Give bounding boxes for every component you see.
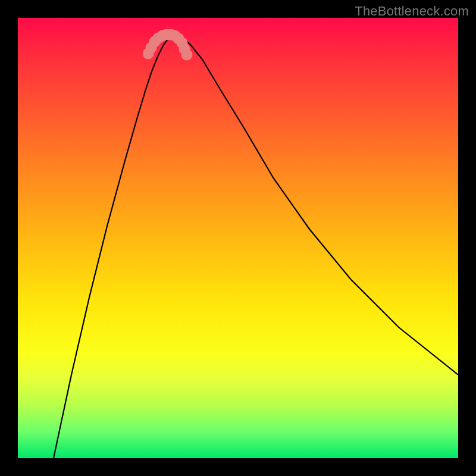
- chart-svg: [18, 18, 458, 458]
- watermark-text: TheBottleneck.com: [355, 4, 469, 19]
- optimal-curve-line: [54, 35, 458, 458]
- marker-blob: [143, 29, 193, 61]
- marker-dot: [181, 49, 193, 61]
- plot-area: [18, 18, 458, 458]
